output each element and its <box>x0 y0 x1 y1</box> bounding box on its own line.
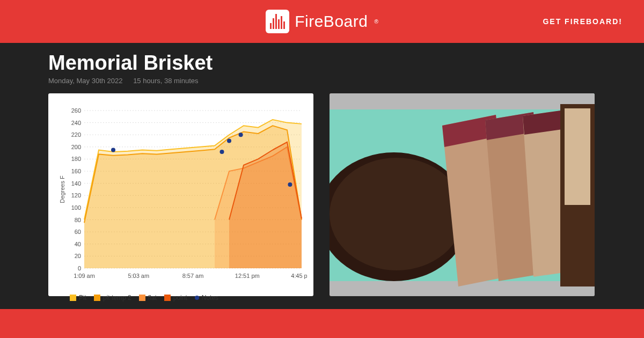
svg-point-34 <box>111 148 115 152</box>
chart-legend: Pitpit temp 2flatpointNotes <box>55 294 307 302</box>
svg-text:5:03 am: 5:03 am <box>128 273 149 279</box>
main-content: Memorial Brisket Monday, May 30th 2022 1… <box>0 43 644 309</box>
legend-label: point <box>173 294 187 302</box>
svg-text:20: 20 <box>75 253 81 259</box>
legend-label: Notes <box>202 294 218 302</box>
legend-item[interactable]: Pit <box>70 294 86 302</box>
svg-point-37 <box>239 133 243 137</box>
svg-text:100: 100 <box>71 204 81 211</box>
svg-text:120: 120 <box>71 192 81 199</box>
legend-item[interactable]: point <box>164 294 187 302</box>
svg-text:240: 240 <box>71 120 81 126</box>
app-header: FireBoard® GET FIREBOARD! <box>0 0 644 43</box>
session-meta: Monday, May 30th 2022 15 hours, 38 minut… <box>48 77 596 85</box>
brand-logo[interactable]: FireBoard® <box>266 10 378 33</box>
svg-point-36 <box>227 139 231 143</box>
temperature-chart[interactable]: 0204060801001201401601802002202402601:09… <box>55 100 307 290</box>
get-fireboard-link[interactable]: GET FIREBOARD! <box>543 17 623 26</box>
svg-text:0: 0 <box>78 265 81 271</box>
svg-text:8:57 am: 8:57 am <box>182 273 204 279</box>
svg-text:Degrees F: Degrees F <box>59 175 65 203</box>
svg-text:12:51 pm: 12:51 pm <box>235 273 260 279</box>
svg-text:180: 180 <box>71 156 81 162</box>
svg-text:200: 200 <box>71 144 81 150</box>
svg-text:260: 260 <box>71 107 81 114</box>
svg-text:40: 40 <box>75 241 81 247</box>
svg-text:160: 160 <box>71 168 81 174</box>
legend-label: Pit <box>79 294 86 302</box>
svg-text:1:09 am: 1:09 am <box>74 273 95 279</box>
legend-item[interactable]: pit temp 2 <box>94 294 131 302</box>
svg-text:4:45 pm: 4:45 pm <box>291 273 307 279</box>
chart-card: 0204060801001201401601802002202402601:09… <box>48 93 313 296</box>
session-date: Monday, May 30th 2022 <box>48 77 123 85</box>
legend-label: pit temp 2 <box>103 294 131 302</box>
svg-point-35 <box>220 150 224 154</box>
legend-label: flat <box>148 294 157 302</box>
legend-item[interactable]: flat <box>139 294 157 302</box>
session-duration: 15 hours, 38 minutes <box>133 77 198 85</box>
legend-swatch <box>70 295 76 301</box>
svg-text:80: 80 <box>75 217 81 223</box>
page-footer <box>0 309 644 338</box>
brand-name: FireBoard <box>295 12 368 31</box>
brisket-photo-icon <box>330 93 595 296</box>
legend-swatch <box>195 296 199 300</box>
registered-icon: ® <box>374 19 378 25</box>
flame-icon <box>266 10 289 33</box>
svg-text:60: 60 <box>75 229 81 235</box>
session-title: Memorial Brisket <box>48 52 596 75</box>
legend-swatch <box>164 295 171 301</box>
svg-text:140: 140 <box>71 180 81 187</box>
svg-point-38 <box>288 182 292 187</box>
legend-swatch <box>94 295 100 301</box>
legend-swatch <box>139 295 145 301</box>
svg-text:220: 220 <box>71 131 81 138</box>
session-photo[interactable] <box>330 93 595 296</box>
legend-item[interactable]: Notes <box>195 294 218 302</box>
svg-rect-44 <box>565 108 590 205</box>
svg-point-42 <box>330 158 464 270</box>
